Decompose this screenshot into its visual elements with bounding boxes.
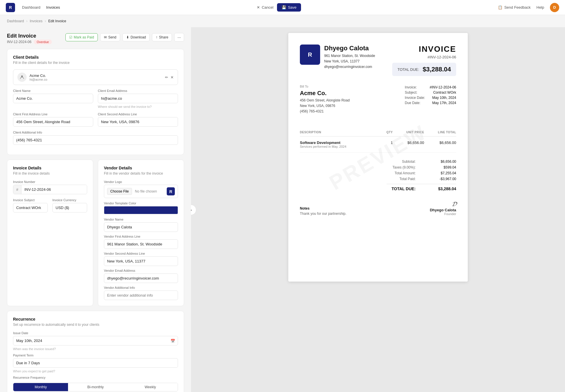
- invoice-vendor-logo: R: [300, 45, 320, 65]
- freq-weekly-button[interactable]: Weekly: [123, 383, 178, 391]
- send-icon: ✉: [104, 35, 107, 39]
- send-button[interactable]: ✉ Send: [100, 33, 120, 41]
- toggle-panel-button[interactable]: ›: [191, 205, 196, 215]
- notes-signature-area: Notes Thank you for our partnership. 𝓓 D…: [300, 200, 456, 216]
- svg-text:R: R: [169, 189, 172, 194]
- bill-to-phone: (456) 765-4321: [300, 109, 350, 114]
- svg-text:R: R: [308, 51, 312, 58]
- item-unit-price: $6,656.00: [393, 136, 424, 152]
- breadcrumb: Dashboard › Invoices › Edit Invoice: [0, 15, 565, 27]
- invoice-vendor-email: dhyego@recurringinvoicer.com: [324, 64, 375, 70]
- client-name-input[interactable]: [13, 94, 93, 103]
- notes-block: Notes Thank you for our partnership.: [300, 206, 346, 216]
- taxes-label: Taxes (9.00%):: [387, 165, 416, 169]
- nav-dashboard[interactable]: Dashboard: [22, 4, 41, 11]
- toolbar: ☑ Mark as Paid ✉ Send ⬇ Download ↑ Share…: [65, 33, 184, 42]
- client-addr1-input[interactable]: [13, 117, 93, 127]
- total-paid-value: -$3,967.00: [433, 177, 456, 181]
- vendor-additional-input[interactable]: [104, 291, 178, 300]
- save-button[interactable]: 💾 Save: [277, 3, 301, 12]
- total-due-amount: $3,288.04: [423, 66, 451, 73]
- totals-block: Subtotal: $6,656.00 Taxes (9.00%): $599.…: [300, 160, 456, 191]
- vendor-email-input[interactable]: [104, 273, 178, 283]
- vendor-addr2-input[interactable]: [104, 256, 178, 266]
- total-due-bottom-label: TOTAL DUE:: [387, 186, 416, 191]
- file-name-label: No file chosen: [135, 189, 164, 193]
- bill-to-section: Bill To Acme Co. 456 Oem Street, Alongis…: [300, 85, 350, 114]
- total-paid-label: Total Paid:: [387, 177, 416, 181]
- invoice-meta-table: Invoice:#INV-12-2024-06 Subject:Contract…: [405, 85, 456, 106]
- client-name-field: Client Name: [13, 89, 93, 108]
- user-avatar[interactable]: D: [550, 3, 559, 12]
- invoice-currency-field: Invoice Currency: [52, 198, 87, 212]
- client-addr2-field: Client Second Address Line: [98, 112, 178, 127]
- color-swatch[interactable]: [104, 206, 178, 214]
- main-layout: Edit Invoice INV-12-2024-06 Overdue ☑ Ma…: [0, 27, 565, 392]
- remove-client-button[interactable]: ✕: [170, 75, 174, 79]
- breadcrumb-dashboard[interactable]: Dashboard: [7, 19, 24, 23]
- total-due-bottom-value: $3,288.04: [433, 186, 456, 191]
- feedback-icon: 📋: [498, 5, 502, 10]
- invoice-vendor-addr1: 961 Manor Station, St. Woodside: [324, 53, 375, 59]
- choose-file-button[interactable]: Choose File: [107, 188, 132, 195]
- client-addr2-input[interactable]: [98, 117, 178, 127]
- help-link[interactable]: Help: [536, 5, 544, 10]
- client-selected-row: Acme Co. hi@acme.co ✏ ✕: [13, 69, 178, 85]
- hash-prefix: #: [13, 185, 21, 194]
- client-details-title: Client Details: [13, 55, 178, 60]
- selected-client-email: hi@acme.co: [30, 78, 162, 81]
- vendor-additional-field: Vendor Additional Info: [104, 286, 178, 300]
- total-amount-label: Total Amount:: [387, 171, 416, 175]
- vendor-addr1-input[interactable]: [104, 239, 178, 249]
- top-navigation: R Dashboard Invoices ✕ Cancel 💾 Save 📋 S…: [0, 0, 565, 15]
- item-line-total: $6,656.00: [424, 136, 456, 152]
- more-options-button[interactable]: ···: [174, 33, 184, 42]
- invoice-number-input[interactable]: [21, 185, 87, 194]
- freq-bimonthly-button[interactable]: Bi-monthly: [68, 383, 123, 391]
- app-logo: R: [6, 3, 15, 12]
- page-title-area: Edit Invoice INV-12-2024-06 Overdue ☑ Ma…: [7, 33, 184, 44]
- issue-date-field: Issue Date 📅 When was the invoice issued…: [13, 331, 178, 351]
- invoice-subject-field: Invoice Subject: [13, 198, 48, 212]
- vendor-name-input[interactable]: [104, 222, 178, 232]
- freq-monthly-button[interactable]: Monthly: [13, 383, 68, 391]
- cancel-button[interactable]: ✕ Cancel: [257, 5, 273, 10]
- vendor-details-subtitle: Fill in the vendor details for the invoi…: [104, 171, 178, 175]
- edit-client-button[interactable]: ✏: [165, 75, 168, 79]
- status-badge: Overdue: [34, 40, 52, 44]
- breadcrumb-invoices[interactable]: Invoices: [30, 19, 43, 23]
- total-due-box: TOTAL DUE: $3,288.04: [392, 63, 456, 76]
- issue-date-input[interactable]: [13, 336, 178, 345]
- col-line-total: Line Total: [424, 128, 456, 136]
- share-button[interactable]: ↑ Share: [152, 33, 172, 41]
- line-items-table: Description QTY Unit Price Line Total So…: [300, 128, 456, 153]
- client-details-card: Client Details Fill in the client detail…: [7, 49, 184, 155]
- client-details-subtitle: Fill in the client details for the invoi…: [13, 61, 178, 65]
- mark-as-paid-button[interactable]: ☑ Mark as Paid: [65, 33, 98, 41]
- invoice-details-subtitle: Fill in the invoice details: [13, 171, 87, 175]
- invoice-subject-input[interactable]: [13, 203, 48, 212]
- col-unit-price: Unit Price: [393, 128, 424, 136]
- invoice-title: INVOICE: [392, 45, 456, 54]
- nav-links: Dashboard Invoices: [22, 4, 60, 11]
- item-name: Software Development: [300, 140, 381, 145]
- nav-center-actions: ✕ Cancel 💾 Save: [67, 3, 491, 12]
- client-additional-field: Client Additional Info: [13, 131, 178, 145]
- svg-point-0: [21, 75, 23, 77]
- item-desc: Services performed in May, 2024: [300, 145, 381, 148]
- download-button[interactable]: ⬇ Download: [122, 33, 150, 41]
- nav-invoices[interactable]: Invoices: [46, 4, 60, 11]
- client-additional-input[interactable]: [13, 135, 178, 145]
- notes-text: Thank you for our partnership.: [300, 212, 346, 216]
- recurrence-title: Recurrence: [13, 317, 178, 321]
- selected-client-name: Acme Co.: [30, 73, 162, 78]
- vendor-template-color-field: Vendor Template Color: [104, 201, 178, 214]
- col-qty: QTY: [381, 128, 393, 136]
- item-qty: 1: [381, 136, 393, 152]
- client-addr1-field: Client First Address Line: [13, 112, 93, 127]
- send-feedback-link[interactable]: 📋 Send Feedback: [498, 5, 531, 10]
- mark-paid-icon: ☑: [69, 35, 72, 39]
- payment-term-input[interactable]: [13, 358, 178, 368]
- invoice-currency-input[interactable]: [52, 203, 87, 212]
- client-email-input[interactable]: [98, 94, 178, 103]
